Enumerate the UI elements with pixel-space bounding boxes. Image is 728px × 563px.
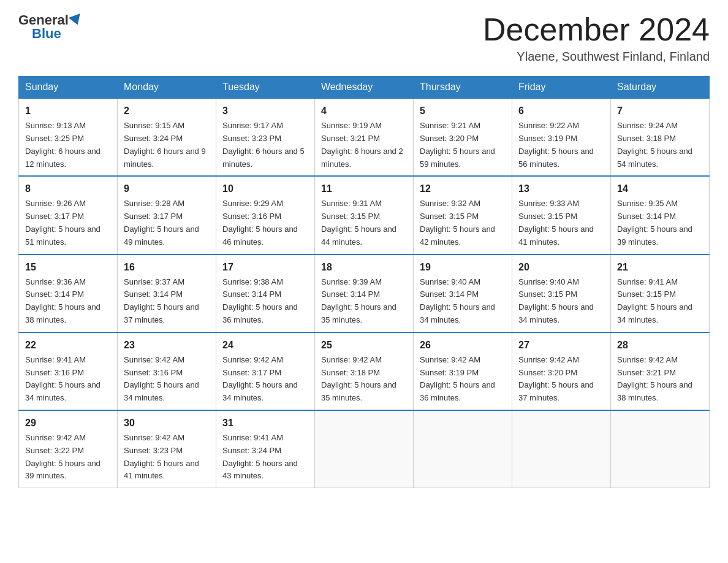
day-info: Sunrise: 9:29 AMSunset: 3:16 PMDaylight:… xyxy=(222,197,308,248)
calendar-day-cell: 27Sunrise: 9:42 AMSunset: 3:20 PMDayligh… xyxy=(512,332,611,410)
day-number: 2 xyxy=(124,104,210,118)
calendar-day-cell: 28Sunrise: 9:42 AMSunset: 3:21 PMDayligh… xyxy=(611,332,710,410)
day-number: 11 xyxy=(321,182,407,196)
day-number: 7 xyxy=(617,104,703,118)
location: Ylaene, Southwest Finland, Finland xyxy=(483,50,710,64)
day-number: 14 xyxy=(617,182,703,196)
day-number: 16 xyxy=(124,260,210,275)
calendar-day-cell: 13Sunrise: 9:33 AMSunset: 3:15 PMDayligh… xyxy=(512,176,611,254)
calendar-table: SundayMondayTuesdayWednesdayThursdayFrid… xyxy=(18,76,710,488)
calendar-day-cell: 24Sunrise: 9:42 AMSunset: 3:17 PMDayligh… xyxy=(216,332,315,410)
day-info: Sunrise: 9:42 AMSunset: 3:23 PMDaylight:… xyxy=(124,432,210,483)
day-info: Sunrise: 9:42 AMSunset: 3:17 PMDaylight:… xyxy=(222,354,308,405)
day-info: Sunrise: 9:21 AMSunset: 3:20 PMDaylight:… xyxy=(420,120,506,170)
day-number: 22 xyxy=(25,338,111,353)
logo-triangle-icon xyxy=(69,13,83,27)
day-number: 28 xyxy=(617,338,703,353)
day-info: Sunrise: 9:33 AMSunset: 3:15 PMDaylight:… xyxy=(518,197,604,248)
calendar-day-cell: 9Sunrise: 9:28 AMSunset: 3:17 PMDaylight… xyxy=(118,176,216,254)
calendar-day-cell: 5Sunrise: 9:21 AMSunset: 3:20 PMDaylight… xyxy=(414,98,512,176)
calendar-day-cell: 14Sunrise: 9:35 AMSunset: 3:14 PMDayligh… xyxy=(611,176,710,254)
day-info: Sunrise: 9:37 AMSunset: 3:14 PMDaylight:… xyxy=(124,276,210,327)
calendar-day-header: Saturday xyxy=(611,77,710,99)
day-number: 8 xyxy=(25,182,111,196)
day-number: 3 xyxy=(222,104,308,118)
day-info: Sunrise: 9:32 AMSunset: 3:15 PMDaylight:… xyxy=(420,197,506,248)
calendar-day-cell: 21Sunrise: 9:41 AMSunset: 3:15 PMDayligh… xyxy=(611,255,710,332)
day-info: Sunrise: 9:42 AMSunset: 3:18 PMDaylight:… xyxy=(321,354,407,405)
day-info: Sunrise: 9:42 AMSunset: 3:20 PMDaylight:… xyxy=(518,354,604,405)
calendar-day-header: Tuesday xyxy=(216,77,315,99)
day-number: 27 xyxy=(518,338,604,353)
calendar-day-cell: 7Sunrise: 9:24 AMSunset: 3:18 PMDaylight… xyxy=(611,98,710,176)
day-number: 13 xyxy=(518,182,604,196)
day-number: 18 xyxy=(321,260,407,275)
page-header: General Blue December 2024 Ylaene, South… xyxy=(18,12,710,64)
calendar-day-header: Wednesday xyxy=(315,77,414,99)
calendar-day-cell: 6Sunrise: 9:22 AMSunset: 3:19 PMDaylight… xyxy=(512,98,611,176)
day-number: 6 xyxy=(518,104,604,118)
day-info: Sunrise: 9:40 AMSunset: 3:14 PMDaylight:… xyxy=(420,276,506,327)
day-info: Sunrise: 9:42 AMSunset: 3:21 PMDaylight:… xyxy=(617,354,703,405)
calendar-day-cell: 23Sunrise: 9:42 AMSunset: 3:16 PMDayligh… xyxy=(118,332,216,410)
calendar-day-header: Thursday xyxy=(414,77,512,99)
calendar-day-cell xyxy=(611,410,710,488)
day-info: Sunrise: 9:42 AMSunset: 3:22 PMDaylight:… xyxy=(25,432,111,483)
day-number: 12 xyxy=(420,182,506,196)
day-number: 26 xyxy=(420,338,506,353)
day-info: Sunrise: 9:41 AMSunset: 3:15 PMDaylight:… xyxy=(617,276,703,327)
day-number: 5 xyxy=(420,104,506,118)
logo: General Blue xyxy=(18,12,83,42)
day-info: Sunrise: 9:42 AMSunset: 3:19 PMDaylight:… xyxy=(420,354,506,405)
day-info: Sunrise: 9:15 AMSunset: 3:24 PMDaylight:… xyxy=(124,120,210,170)
calendar-day-cell: 26Sunrise: 9:42 AMSunset: 3:19 PMDayligh… xyxy=(414,332,512,410)
calendar-day-cell: 30Sunrise: 9:42 AMSunset: 3:23 PMDayligh… xyxy=(118,410,216,488)
calendar-day-cell: 12Sunrise: 9:32 AMSunset: 3:15 PMDayligh… xyxy=(414,176,512,254)
day-info: Sunrise: 9:17 AMSunset: 3:23 PMDaylight:… xyxy=(222,120,308,170)
calendar-week-row: 1Sunrise: 9:13 AMSunset: 3:25 PMDaylight… xyxy=(19,98,710,176)
day-number: 10 xyxy=(222,182,308,196)
day-info: Sunrise: 9:41 AMSunset: 3:16 PMDaylight:… xyxy=(25,354,111,405)
day-info: Sunrise: 9:42 AMSunset: 3:16 PMDaylight:… xyxy=(124,354,210,405)
day-number: 24 xyxy=(222,338,308,353)
calendar-day-cell xyxy=(512,410,611,488)
day-info: Sunrise: 9:19 AMSunset: 3:21 PMDaylight:… xyxy=(321,120,407,170)
calendar-day-header: Friday xyxy=(512,77,611,99)
day-number: 15 xyxy=(25,260,111,275)
month-title: December 2024 xyxy=(483,12,710,47)
calendar-day-cell: 1Sunrise: 9:13 AMSunset: 3:25 PMDaylight… xyxy=(19,98,118,176)
day-number: 20 xyxy=(518,260,604,275)
calendar-header-row: SundayMondayTuesdayWednesdayThursdayFrid… xyxy=(19,77,710,99)
day-info: Sunrise: 9:22 AMSunset: 3:19 PMDaylight:… xyxy=(518,120,604,170)
calendar-day-cell: 2Sunrise: 9:15 AMSunset: 3:24 PMDaylight… xyxy=(118,98,216,176)
day-info: Sunrise: 9:24 AMSunset: 3:18 PMDaylight:… xyxy=(617,120,703,170)
day-number: 21 xyxy=(617,260,703,275)
day-number: 30 xyxy=(124,416,210,431)
day-number: 1 xyxy=(25,104,111,118)
day-info: Sunrise: 9:31 AMSunset: 3:15 PMDaylight:… xyxy=(321,197,407,248)
day-number: 9 xyxy=(124,182,210,196)
calendar-day-cell: 31Sunrise: 9:41 AMSunset: 3:24 PMDayligh… xyxy=(216,410,315,488)
logo-blue: Blue xyxy=(32,26,61,42)
calendar-day-cell: 4Sunrise: 9:19 AMSunset: 3:21 PMDaylight… xyxy=(315,98,414,176)
day-number: 29 xyxy=(25,416,111,431)
calendar-day-cell: 22Sunrise: 9:41 AMSunset: 3:16 PMDayligh… xyxy=(19,332,118,410)
calendar-day-cell xyxy=(315,410,414,488)
calendar-day-cell: 15Sunrise: 9:36 AMSunset: 3:14 PMDayligh… xyxy=(19,255,118,332)
day-info: Sunrise: 9:28 AMSunset: 3:17 PMDaylight:… xyxy=(124,197,210,248)
day-number: 19 xyxy=(420,260,506,275)
calendar-week-row: 8Sunrise: 9:26 AMSunset: 3:17 PMDaylight… xyxy=(19,176,710,254)
day-info: Sunrise: 9:38 AMSunset: 3:14 PMDaylight:… xyxy=(222,276,308,327)
calendar-day-cell: 18Sunrise: 9:39 AMSunset: 3:14 PMDayligh… xyxy=(315,255,414,332)
day-info: Sunrise: 9:41 AMSunset: 3:24 PMDaylight:… xyxy=(222,432,308,483)
day-number: 17 xyxy=(222,260,308,275)
day-info: Sunrise: 9:40 AMSunset: 3:15 PMDaylight:… xyxy=(518,276,604,327)
calendar-day-cell: 17Sunrise: 9:38 AMSunset: 3:14 PMDayligh… xyxy=(216,255,315,332)
calendar-day-cell: 11Sunrise: 9:31 AMSunset: 3:15 PMDayligh… xyxy=(315,176,414,254)
calendar-day-cell: 29Sunrise: 9:42 AMSunset: 3:22 PMDayligh… xyxy=(19,410,118,488)
day-number: 23 xyxy=(124,338,210,353)
calendar-day-cell: 19Sunrise: 9:40 AMSunset: 3:14 PMDayligh… xyxy=(414,255,512,332)
day-info: Sunrise: 9:36 AMSunset: 3:14 PMDaylight:… xyxy=(25,276,111,327)
day-number: 4 xyxy=(321,104,407,118)
calendar-day-header: Sunday xyxy=(19,77,118,99)
